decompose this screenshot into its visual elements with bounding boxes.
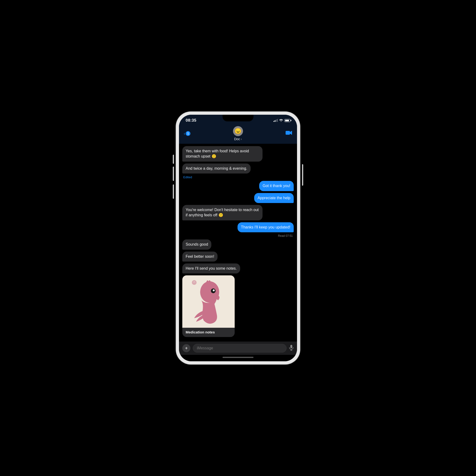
home-indicator [179, 355, 297, 361]
message-bubble-received: Yes, take them with food! Helps avoid st… [182, 146, 262, 162]
contact-info[interactable]: 😠 Doc [233, 126, 243, 141]
volume-silent-button[interactable] [173, 155, 174, 164]
status-bar: 08:35 [179, 115, 297, 125]
message-text: Got it thank you! [262, 184, 290, 188]
message-text: Feel better soon! [186, 255, 214, 258]
svg-rect-5 [290, 345, 292, 348]
notch [222, 115, 254, 121]
message-bubble-sent: Got it thank you! [259, 181, 294, 191]
contact-name: Doc [234, 137, 242, 141]
status-icons [273, 119, 290, 122]
svg-point-3 [213, 289, 215, 291]
message-text: Here I'll send you some notes. [186, 266, 237, 270]
phone-screen: 08:35 [179, 115, 297, 361]
svg-point-4 [192, 280, 197, 285]
message-bubble-received: Here I'll send you some notes. [182, 263, 240, 273]
plus-icon: + [185, 346, 188, 351]
microphone-icon[interactable] [289, 345, 294, 352]
message-text: Sounds good [186, 242, 208, 246]
edited-label: Edited [182, 175, 192, 179]
attachment-bubble[interactable]: Medication notes [182, 275, 235, 337]
wifi-icon [279, 119, 283, 122]
message-bubble-sent: Appreciate the help [254, 193, 294, 203]
back-chevron-icon: ‹ [184, 131, 185, 136]
add-button[interactable]: + [182, 344, 190, 352]
home-bar [222, 357, 254, 358]
message-bubble-received: Sounds good [182, 239, 211, 249]
video-call-button[interactable] [286, 130, 292, 136]
phone-frame: 08:35 [176, 112, 300, 364]
message-bubble-received: And twice a day, morning & evening. [182, 164, 251, 173]
read-receipt: Read 07:51 [278, 234, 294, 238]
volume-up-button[interactable] [173, 167, 174, 181]
input-bar: + [179, 341, 297, 355]
attachment-image [182, 275, 235, 328]
avatar: 😠 [233, 126, 243, 136]
attachment-label: Medication notes [182, 328, 235, 337]
messages-area: Yes, take them with food! Helps avoid st… [179, 144, 297, 341]
message-bubble-sent: Thanks I'll keep you updated! [238, 222, 294, 232]
svg-rect-0 [286, 131, 290, 135]
message-text: Appreciate the help [257, 196, 290, 200]
message-bubble-received: You're welcome! Don't hesitate to reach … [182, 205, 262, 221]
volume-down-button[interactable] [173, 185, 174, 199]
power-button[interactable] [302, 164, 303, 186]
back-badge: 1 [186, 131, 190, 136]
status-time: 08:35 [186, 118, 196, 123]
signal-icon [273, 119, 278, 122]
message-input[interactable] [193, 344, 287, 353]
message-bubble-received: Feel better soon! [182, 252, 218, 262]
battery-icon [284, 119, 290, 122]
message-text: And twice a day, morning & evening. [186, 166, 247, 170]
message-text: Thanks I'll keep you updated! [241, 225, 290, 229]
message-text: Yes, take them with food! Helps avoid st… [186, 149, 249, 158]
message-text: You're welcome! Don't hesitate to reach … [186, 208, 259, 217]
avatar-emoji: 😠 [235, 128, 241, 135]
back-button[interactable]: ‹ 1 [184, 131, 190, 136]
navigation-bar: ‹ 1 😠 Doc [179, 125, 297, 144]
